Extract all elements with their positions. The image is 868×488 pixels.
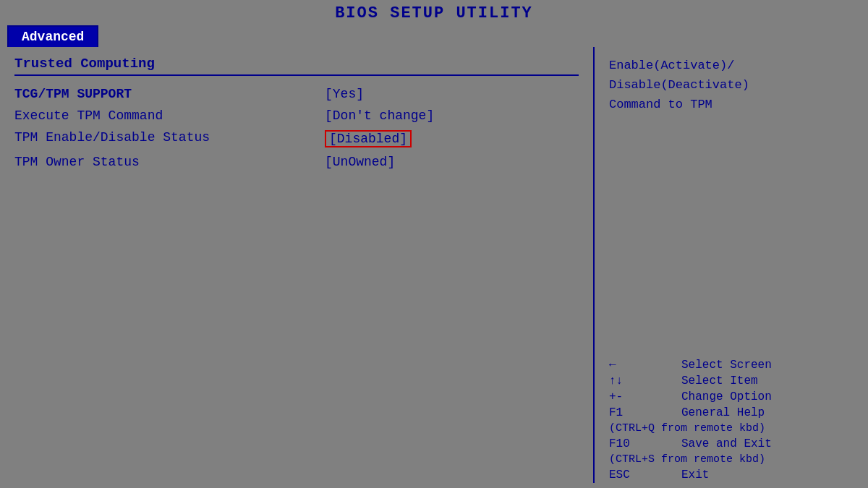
key-row-6: (CTRL+S from remote kbd) — [609, 452, 772, 467]
key-help-table: ←Select Screen↑↓Select Item+-Change Opti… — [609, 357, 772, 483]
key-key-7: ESC — [609, 467, 681, 483]
setting-label-0: TCG/TPM SUPPORT — [14, 83, 325, 105]
app-title: BIOS SETUP UTILITY — [335, 4, 533, 22]
tab-advanced[interactable]: Advanced — [7, 25, 98, 47]
key-desc-7: Exit — [681, 467, 772, 483]
key-row-3: F1General Help — [609, 405, 772, 421]
key-full-6: (CTRL+S from remote kbd) — [609, 452, 772, 467]
key-row-4: (CTRL+Q from remote kbd) — [609, 421, 772, 436]
setting-label-2: TPM Enable/Disable Status — [14, 127, 325, 151]
setting-value-2[interactable]: [Disabled] — [325, 127, 579, 151]
setting-value-3[interactable]: [UnOwned] — [325, 151, 579, 173]
setting-label-1: Execute TPM Command — [14, 105, 325, 127]
key-key-5: F10 — [609, 436, 681, 452]
setting-row-3[interactable]: TPM Owner Status[UnOwned] — [14, 151, 579, 173]
key-desc-3: General Help — [681, 405, 772, 421]
setting-value-1[interactable]: [Don't change] — [325, 105, 579, 127]
key-desc-5: Save and Exit — [681, 436, 772, 452]
key-row-2: +-Change Option — [609, 389, 772, 405]
settings-table: TCG/TPM SUPPORT[Yes]Execute TPM Command[… — [14, 83, 579, 173]
section-divider — [14, 74, 579, 76]
setting-row-0[interactable]: TCG/TPM SUPPORT[Yes] — [14, 83, 579, 105]
section-title: Trusted Computing — [14, 56, 579, 72]
key-desc-1: Select Item — [681, 373, 772, 389]
key-row-0: ←Select Screen — [609, 357, 772, 373]
left-panel: Trusted Computing TCG/TPM SUPPORT[Yes]Ex… — [0, 47, 593, 483]
key-desc-0: Select Screen — [681, 357, 772, 373]
key-row-7: ESCExit — [609, 467, 772, 483]
help-line2: Disable(Deactivate) — [609, 75, 854, 95]
help-text: Enable(Activate)/ Disable(Deactivate) Co… — [609, 56, 854, 115]
setting-row-1[interactable]: Execute TPM Command[Don't change] — [14, 105, 579, 127]
right-panel: Enable(Activate)/ Disable(Deactivate) Co… — [593, 47, 868, 483]
key-key-0: ← — [609, 357, 681, 373]
key-desc-2: Change Option — [681, 389, 772, 405]
key-full-4: (CTRL+Q from remote kbd) — [609, 421, 772, 436]
key-key-3: F1 — [609, 405, 681, 421]
key-row-1: ↑↓Select Item — [609, 373, 772, 389]
setting-value-0[interactable]: [Yes] — [325, 83, 579, 105]
setting-row-2[interactable]: TPM Enable/Disable Status[Disabled] — [14, 127, 579, 151]
title-bar: BIOS SETUP UTILITY — [0, 0, 868, 25]
setting-label-3: TPM Owner Status — [14, 151, 325, 173]
key-help-section: ←Select Screen↑↓Select Item+-Change Opti… — [609, 357, 854, 483]
key-key-2: +- — [609, 389, 681, 405]
key-key-1: ↑↓ — [609, 373, 681, 389]
key-row-5: F10Save and Exit — [609, 436, 772, 452]
help-line3: Command to TPM — [609, 95, 854, 114]
help-line1: Enable(Activate)/ — [609, 56, 854, 75]
tab-bar: Advanced — [0, 25, 868, 47]
